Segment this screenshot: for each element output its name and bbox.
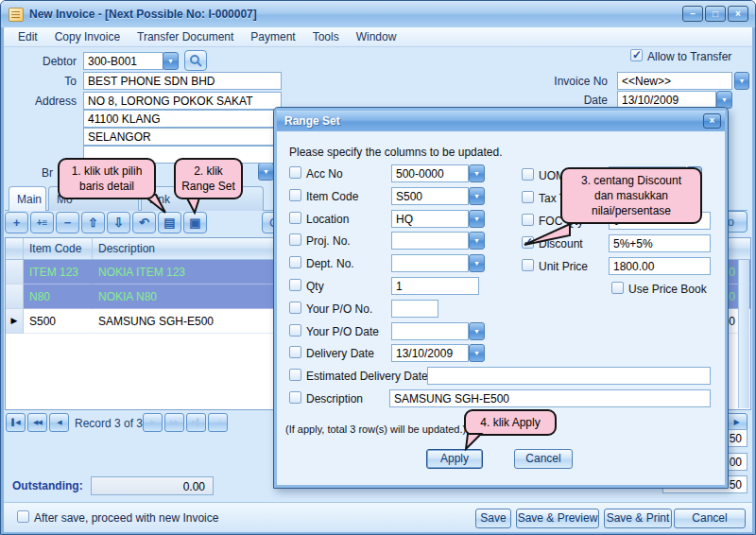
- toolbar-button[interactable]: ⇧: [81, 212, 105, 233]
- rangeset-your-p-o-no--checkbox[interactable]: [289, 302, 301, 314]
- search-icon: [189, 54, 202, 67]
- menu-item-tools[interactable]: Tools: [304, 28, 348, 45]
- prev-record-icon[interactable]: ◀: [49, 413, 69, 432]
- dialog-close-icon[interactable]: ×: [703, 113, 721, 129]
- branch-dropdown-icon[interactable]: ▼: [258, 163, 274, 181]
- rangeset-acc-no-checkbox[interactable]: [289, 166, 301, 179]
- save-preview-button[interactable]: Save & Preview: [516, 509, 599, 528]
- rangeset-dept-no--checkbox[interactable]: [289, 256, 301, 268]
- combo-dropdown-icon[interactable]: ▼: [469, 232, 485, 250]
- save-print-button[interactable]: Save & Print: [604, 509, 672, 528]
- combo-dropdown-icon[interactable]: ▼: [469, 254, 485, 272]
- callout-line: 3. centang Discount: [566, 173, 696, 188]
- prev-page-icon[interactable]: ◀◀: [27, 413, 47, 432]
- menu-item-transfer-document[interactable]: Transfer Document: [129, 28, 242, 45]
- outstanding-value: 0.00: [91, 476, 214, 495]
- rangeset-field-combo[interactable]: HQ: [391, 210, 469, 228]
- title-bar: New Invoice - [Next Possible No: I-00000…: [1, 1, 755, 27]
- callout-line: 4. klik Apply: [470, 415, 551, 430]
- rangeset-qty-checkbox[interactable]: [289, 279, 301, 291]
- range-set-icon: ▣: [184, 213, 206, 233]
- combo-dropdown-icon[interactable]: ▼: [469, 322, 485, 340]
- rangeset-field-combo[interactable]: S500: [391, 187, 469, 205]
- toolbar-button[interactable]: +≡: [30, 212, 54, 233]
- toolbar-button[interactable]: −: [56, 212, 79, 233]
- proceed-new-invoice-checkbox[interactable]: [17, 510, 29, 523]
- minimize-button[interactable]: –: [682, 6, 703, 22]
- menu-item-payment[interactable]: Payment: [242, 28, 303, 45]
- rangeset-field-input[interactable]: [427, 367, 711, 385]
- rangeset-field-combo[interactable]: [391, 322, 469, 340]
- item-code-cell[interactable]: S500: [24, 309, 93, 334]
- rangeset-location-checkbox[interactable]: [289, 212, 301, 224]
- rangeset-field-input[interactable]: 1: [391, 277, 479, 295]
- allow-to-transfer-checkbox[interactable]: [630, 49, 643, 61]
- toolbar-button[interactable]: ▣: [183, 212, 207, 233]
- apply-button[interactable]: Apply: [426, 449, 483, 469]
- edit-record-icon[interactable]: ◁: [208, 413, 228, 432]
- next-record-icon[interactable]: ▶: [143, 413, 163, 432]
- close-button[interactable]: ×: [728, 6, 748, 22]
- invoice-no-dropdown-icon[interactable]: ▼: [734, 72, 749, 90]
- toolbar-button[interactable]: ⇩: [107, 212, 130, 233]
- combo-dropdown-icon[interactable]: ▼: [469, 187, 485, 205]
- address-line-2[interactable]: 41100 KLANG: [83, 110, 282, 128]
- callout-line: 1. klik utk pilih: [63, 164, 150, 179]
- debtor-search-button[interactable]: [184, 50, 207, 71]
- rangeset-delivery-date-checkbox[interactable]: [289, 346, 301, 358]
- to-field[interactable]: BEST PHONE SDN BHD: [83, 72, 282, 90]
- menu-item-copy-invoice[interactable]: Copy Invoice: [46, 28, 129, 45]
- rangeset-field-combo[interactable]: [391, 232, 469, 250]
- address-label: Address: [20, 95, 77, 108]
- cancel-button[interactable]: Cancel: [674, 509, 746, 528]
- rangeset-field-combo[interactable]: 13/10/2009: [391, 344, 469, 362]
- rangeset-your-p-o-date-checkbox[interactable]: [289, 324, 301, 337]
- toolbar-button[interactable]: +: [5, 212, 28, 233]
- debtor-combo[interactable]: 300-B001: [83, 52, 163, 70]
- grid-column-item-code[interactable]: Item Code: [24, 238, 93, 259]
- rangeset-field-combo[interactable]: 500-0000: [391, 164, 469, 182]
- combo-dropdown-icon[interactable]: ▼: [469, 164, 485, 182]
- combo-dropdown-icon[interactable]: ▼: [469, 210, 485, 228]
- toolbar-button[interactable]: ▤: [158, 212, 181, 233]
- rangeset-unit-price-checkbox[interactable]: [522, 259, 534, 271]
- rangeset-uom-checkbox[interactable]: [522, 168, 534, 181]
- row-selector-cell[interactable]: ▶: [6, 309, 24, 334]
- menu-item-edit[interactable]: Edit: [9, 28, 46, 45]
- row-selector-cell[interactable]: [6, 260, 24, 285]
- rangeset-field-input[interactable]: 5%+5%: [609, 234, 711, 252]
- maximize-button[interactable]: □: [705, 6, 726, 22]
- rangeset-field-combo[interactable]: [391, 254, 469, 272]
- use-price-book-checkbox[interactable]: [611, 282, 624, 294]
- toolbar-button[interactable]: ↶: [132, 212, 156, 233]
- delete-row-icon: −: [57, 213, 78, 233]
- rangeset-item-code-checkbox[interactable]: [289, 189, 301, 201]
- menu-item-window[interactable]: Window: [348, 28, 405, 45]
- last-record-icon[interactable]: ▶▌: [186, 413, 206, 432]
- row-selector-cell[interactable]: [6, 285, 24, 309]
- tab-main[interactable]: Main: [9, 186, 46, 211]
- rangeset-proj-no--checkbox[interactable]: [289, 233, 301, 246]
- rangeset-field-input[interactable]: 1800.00: [609, 257, 711, 275]
- rangeset-tax-type-checkbox[interactable]: [522, 191, 534, 203]
- address-line-3[interactable]: SELANGOR: [83, 128, 282, 146]
- invoice-no-field[interactable]: <<New>>: [617, 72, 732, 90]
- tutorial-callout-1: 1. klik utk pilihbaris detail: [58, 158, 156, 199]
- rangeset-field-input[interactable]: [391, 300, 438, 318]
- grid-vertical-scrollbar[interactable]: [738, 260, 749, 408]
- dialog-instruction: Please specify the columns to be updated…: [289, 146, 502, 159]
- rangeset-description-checkbox[interactable]: [289, 391, 301, 404]
- callout-line: dan masukkan: [566, 188, 696, 203]
- rangeset-field-label: Delivery Date: [306, 347, 374, 360]
- address-line-1[interactable]: NO 8, LORONG POKOK SAKAT: [83, 92, 282, 110]
- combo-dropdown-icon[interactable]: ▼: [469, 344, 485, 362]
- rangeset-estimated-delivery-date-checkbox[interactable]: [289, 369, 301, 381]
- debtor-dropdown-icon[interactable]: ▼: [163, 52, 179, 70]
- rangeset-field-input[interactable]: SAMSUNG SGH-E500: [389, 389, 711, 407]
- item-code-cell[interactable]: ITEM 123: [24, 260, 93, 285]
- next-page-icon[interactable]: ▶▶: [164, 413, 184, 432]
- save-button[interactable]: Save: [475, 509, 511, 528]
- first-record-icon[interactable]: ▌◀: [6, 413, 26, 432]
- cancel-dialog-button[interactable]: Cancel: [514, 449, 573, 469]
- item-code-cell[interactable]: N80: [24, 285, 93, 309]
